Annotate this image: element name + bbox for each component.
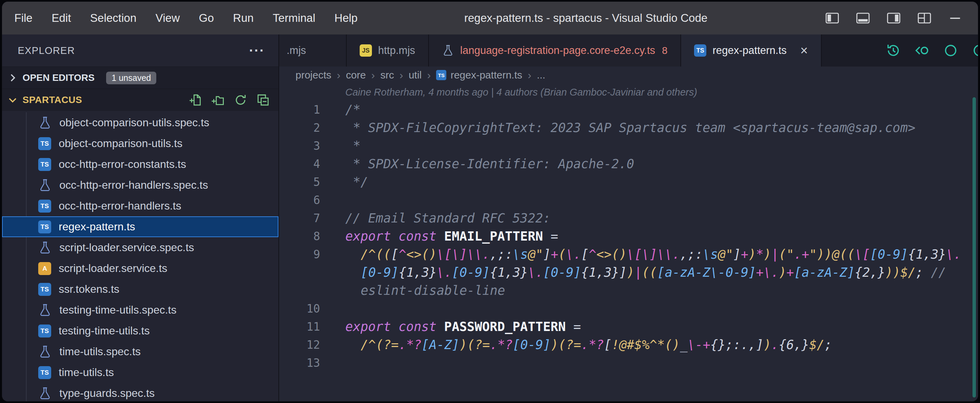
- code-line-4: 4 * SPDX-License-Identifier: Apache-2.0: [279, 155, 978, 173]
- layout-sidebar-left-icon[interactable]: [825, 11, 839, 25]
- line-number[interactable]: 4: [279, 155, 320, 173]
- code-line-3: 3 *: [279, 137, 978, 155]
- file-item-script-loader.service.spec.ts[interactable]: script-loader.service.spec.ts: [2, 237, 278, 258]
- open-editors-section[interactable]: OPEN EDITORS 1 unsaved: [2, 67, 278, 89]
- file-name: occ-http-error-handlers.ts: [59, 200, 181, 212]
- git-blame-codelens[interactable]: Caine Rotherham, 4 months ago | 4 author…: [279, 84, 978, 101]
- code-line-text[interactable]: /^(?=.*?[A-Z])(?=.*?[0-9])(?=.*?[!@#$%^*…: [345, 336, 962, 354]
- file-item-time-utils.ts[interactable]: TStime-utils.ts: [2, 362, 278, 383]
- breadcrumb-label: ...: [537, 69, 545, 81]
- line-number[interactable]: 13: [279, 354, 320, 372]
- code-line-text[interactable]: export const EMAIL_PATTERN =: [345, 227, 947, 245]
- problems-count-badge: 8: [662, 45, 667, 56]
- code-line-7: 7// Email Standard RFC 5322:: [279, 209, 978, 227]
- new-file-icon[interactable]: [189, 94, 202, 107]
- breadcrumb-item-regex-pattern.ts[interactable]: TSregex-pattern.ts: [436, 69, 522, 81]
- menu-view[interactable]: View: [146, 11, 189, 25]
- line-number[interactable]: 3: [279, 137, 320, 155]
- file-item-ssr.tokens.ts[interactable]: TSssr.tokens.ts: [2, 279, 278, 299]
- code-line-text[interactable]: /^(([^<>()\[\]\\.,;:\s@"]+(\.[^<>()\[\]\…: [345, 245, 962, 299]
- new-folder-icon[interactable]: [212, 94, 224, 107]
- code-line-12: 12/^(?=.*?[A-Z])(?=.*?[0-9])(?=.*?[!@#$%…: [279, 336, 978, 354]
- layout-panel-icon[interactable]: [856, 11, 870, 25]
- section-actions: [189, 94, 270, 107]
- line-number[interactable]: 7: [279, 209, 320, 227]
- code-line-text[interactable]: * SPDX-FileCopyrightText: 2023 SAP Spart…: [345, 119, 947, 137]
- tab-label: language-registration-page.core-e2e.cy.t…: [460, 45, 655, 57]
- file-item-regex-pattern.ts[interactable]: TSregex-pattern.ts: [2, 217, 278, 237]
- line-number[interactable]: 2: [279, 119, 320, 137]
- minimize-icon[interactable]: [948, 11, 962, 25]
- tab-bar: .mjsJShttp.mjslanguage-registration-page…: [279, 35, 978, 67]
- breadcrumb-label: regex-pattern.ts: [450, 69, 522, 81]
- vscode-window: FileEditSelectionViewGoRunTerminalHelp r…: [2, 2, 978, 401]
- menu-selection[interactable]: Selection: [81, 11, 146, 25]
- customize-layout-icon[interactable]: [917, 11, 932, 25]
- breadcrumb-item-util[interactable]: util: [409, 69, 422, 81]
- code-line-text[interactable]: *: [345, 137, 947, 155]
- line-number[interactable]: 6: [279, 191, 320, 209]
- file-item-testing-time-utils.ts[interactable]: TStesting-time-utils.ts: [2, 320, 278, 341]
- breadcrumb-item-projects[interactable]: projects: [296, 69, 331, 81]
- code-line-text[interactable]: // Email Standard RFC 5322:: [345, 209, 947, 227]
- breadcrumb-separator: ›: [399, 69, 403, 81]
- refresh-icon[interactable]: [234, 94, 247, 107]
- line-number[interactable]: 8: [279, 227, 320, 245]
- breadcrumb-item-...[interactable]: ...: [537, 69, 545, 81]
- tab-http.mjs[interactable]: JShttp.mjs: [347, 35, 429, 67]
- line-number[interactable]: 12: [279, 336, 320, 354]
- breadcrumb-separator: ›: [337, 69, 340, 81]
- code-line-text[interactable]: [345, 299, 947, 318]
- collapse-all-icon[interactable]: [256, 94, 270, 107]
- file-item-occ-http-error-handlers.spec.ts[interactable]: occ-http-error-handlers.spec.ts: [2, 175, 278, 196]
- circle-icon[interactable]: [943, 43, 958, 58]
- history-icon[interactable]: [886, 43, 901, 58]
- code-line-text[interactable]: */: [345, 173, 947, 191]
- code-line-text[interactable]: [345, 191, 947, 209]
- line-number[interactable]: 1: [279, 101, 320, 119]
- breadcrumb-item-src[interactable]: src: [380, 69, 394, 81]
- typescript-file-icon: TS: [38, 137, 51, 150]
- window-controls: [805, 11, 978, 25]
- scrollbar[interactable]: [972, 97, 976, 398]
- breadcrumb-item-core[interactable]: core: [346, 69, 366, 81]
- line-number[interactable]: 5: [279, 173, 320, 191]
- menu-edit[interactable]: Edit: [42, 11, 81, 25]
- tab-language-registration-page.core-e2e.cy.ts[interactable]: language-registration-page.core-e2e.cy.t…: [429, 35, 681, 67]
- workbench: EXPLORER ··· OPEN EDITORS 1 unsaved SPAR…: [2, 35, 978, 401]
- spartacus-section[interactable]: SPARTACUS: [2, 89, 278, 111]
- code-editor[interactable]: Caine Rotherham, 4 months ago | 4 author…: [279, 84, 978, 401]
- file-name: object-comparison-utils.ts: [59, 137, 183, 150]
- more-actions-icon[interactable]: ···: [249, 43, 265, 58]
- file-item-occ-http-error-handlers.ts[interactable]: TSocc-http-error-handlers.ts: [2, 196, 278, 217]
- file-item-object-comparison-utils.ts[interactable]: TSobject-comparison-utils.ts: [2, 133, 278, 154]
- line-number[interactable]: 10: [279, 299, 320, 318]
- code-line-text[interactable]: [345, 354, 947, 372]
- line-number[interactable]: 9: [279, 245, 320, 299]
- tab-.mjs[interactable]: .mjs: [279, 35, 347, 67]
- file-item-script-loader.service.ts[interactable]: Ascript-loader.service.ts: [2, 258, 278, 279]
- code-lines: 1/*2 * SPDX-FileCopyrightText: 2023 SAP …: [279, 101, 978, 372]
- menu-terminal[interactable]: Terminal: [263, 11, 325, 25]
- code-line-text[interactable]: /*: [345, 101, 947, 119]
- tab-regex-pattern.ts[interactable]: TSregex-pattern.ts×: [681, 35, 821, 67]
- file-item-occ-http-error-constants.ts[interactable]: TSocc-http-error-constants.ts: [2, 154, 278, 175]
- breadcrumb-label: core: [346, 69, 366, 81]
- compare-icon[interactable]: [915, 43, 929, 58]
- file-item-type-guards.spec.ts[interactable]: type-guards.spec.ts: [2, 383, 278, 401]
- layout-sidebar-right-icon[interactable]: [886, 11, 901, 25]
- menu-file[interactable]: File: [5, 11, 42, 25]
- circle-icon[interactable]: [972, 43, 978, 58]
- close-tab-icon[interactable]: ×: [800, 44, 808, 57]
- menu-run[interactable]: Run: [223, 11, 263, 25]
- line-number[interactable]: 11: [279, 318, 320, 336]
- menu-go[interactable]: Go: [189, 11, 223, 25]
- file-item-time-utils.spec.ts[interactable]: time-utils.spec.ts: [2, 341, 278, 362]
- code-line-text[interactable]: * SPDX-License-Identifier: Apache-2.0: [345, 155, 947, 173]
- code-line-text[interactable]: export const PASSWORD_PATTERN =: [345, 318, 947, 336]
- menu-help[interactable]: Help: [325, 11, 367, 25]
- typescript-file-icon: TS: [38, 283, 51, 296]
- typescript-file-icon: TS: [38, 158, 51, 171]
- file-item-object-comparison-utils.spec.ts[interactable]: object-comparison-utils.spec.ts: [2, 112, 278, 133]
- file-item-testing-time-utils.spec.ts[interactable]: testing-time-utils.spec.ts: [2, 299, 278, 320]
